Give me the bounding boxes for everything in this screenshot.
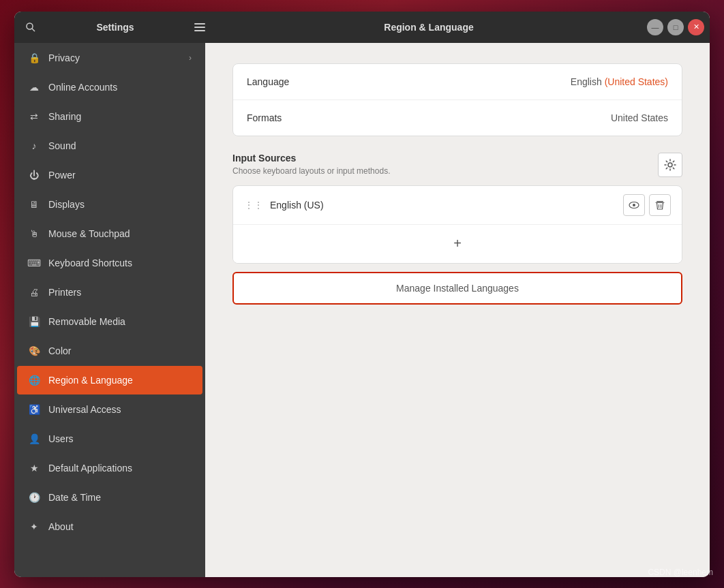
sidebar-label-keyboard: Keyboard Shortcuts xyxy=(48,258,192,268)
language-row[interactable]: Language English (United States) xyxy=(233,64,682,100)
sidebar-item-universal-access[interactable]: ♿ Universal Access xyxy=(17,395,202,424)
sidebar-label-removable-media: Removable Media xyxy=(48,316,192,327)
preview-input-button[interactable] xyxy=(623,194,645,216)
sidebar-item-users[interactable]: 👤 Users xyxy=(17,424,202,453)
chevron-icon-privacy: › xyxy=(189,53,192,63)
input-sources-title: Input Sources xyxy=(232,153,658,164)
svg-rect-8 xyxy=(657,201,663,202)
universal-access-icon: ♿ xyxy=(28,403,40,416)
svg-point-0 xyxy=(27,23,33,29)
sidebar-item-removable-media[interactable]: 💾 Removable Media xyxy=(17,307,202,336)
input-item-card: ⋮⋮ English (US) xyxy=(232,185,682,264)
sidebar-item-online-accounts[interactable]: ☁ Online Accounts xyxy=(17,73,202,102)
add-input-button[interactable]: + xyxy=(447,233,468,255)
language-label: Language xyxy=(247,76,571,87)
formats-row[interactable]: Formats United States xyxy=(233,100,682,136)
watermark: CSDN @leenhem xyxy=(648,568,713,577)
window-title: Region & Language xyxy=(211,22,647,33)
formats-label: Formats xyxy=(247,112,611,123)
sound-icon: ♪ xyxy=(28,140,40,152)
sidebar-label-color: Color xyxy=(48,345,192,356)
titlebar: Settings Region & Language — □ ✕ xyxy=(14,12,710,43)
users-icon: 👤 xyxy=(28,433,40,445)
titlebar-left: Settings xyxy=(20,16,211,38)
region-icon: 🌐 xyxy=(28,374,40,386)
svg-point-5 xyxy=(668,163,672,167)
close-button[interactable]: ✕ xyxy=(688,19,704,35)
language-value: English (United States) xyxy=(571,76,668,87)
remove-input-button[interactable] xyxy=(649,194,671,216)
sidebar-item-mouse-touchpad[interactable]: 🖱 Mouse & Touchpad xyxy=(17,219,202,248)
search-button[interactable] xyxy=(20,16,42,38)
sidebar-label-universal-access: Universal Access xyxy=(48,404,192,415)
sidebar-item-date-time[interactable]: 🕐 Date & Time xyxy=(17,483,202,512)
removable-media-icon: 💾 xyxy=(28,315,40,328)
input-lang-label: English (US) xyxy=(270,200,619,211)
sidebar-item-printers[interactable]: 🖨 Printers xyxy=(17,278,202,307)
sidebar-item-default-applications[interactable]: ★ Default Applications xyxy=(17,454,202,482)
sidebar-item-region-language[interactable]: 🌐 Region & Language xyxy=(17,366,202,394)
manage-languages-button[interactable]: Manage Installed Languages xyxy=(232,272,682,305)
sidebar-label-sharing: Sharing xyxy=(48,111,192,122)
sidebar-title: Settings xyxy=(46,22,185,33)
sidebar-item-about[interactable]: ✦ About xyxy=(17,512,202,541)
date-time-icon: 🕐 xyxy=(28,491,40,504)
sidebar-item-keyboard[interactable]: ⌨ Keyboard Shortcuts xyxy=(17,249,202,277)
input-item-row: ⋮⋮ English (US) xyxy=(233,186,682,224)
input-sources-settings-button[interactable] xyxy=(658,153,682,177)
svg-rect-4 xyxy=(194,30,205,31)
mouse-icon: 🖱 xyxy=(28,228,40,240)
content-area: 🔒 Privacy › ☁ Online Accounts ⇄ Sharing … xyxy=(14,43,710,577)
displays-icon: 🖥 xyxy=(28,198,40,211)
sharing-icon: ⇄ xyxy=(28,110,40,123)
sidebar-item-sound[interactable]: ♪ Sound xyxy=(17,131,202,160)
menu-button[interactable] xyxy=(189,16,211,38)
add-input-row: + xyxy=(233,224,682,263)
sidebar-item-privacy[interactable]: 🔒 Privacy › xyxy=(17,44,202,72)
input-sources-desc: Choose keyboard layouts or input methods… xyxy=(232,166,658,176)
input-sources-section: Input Sources Choose keyboard layouts or… xyxy=(232,153,682,264)
svg-rect-9 xyxy=(656,202,665,203)
settings-window: Settings Region & Language — □ ✕ 🔒 Priva… xyxy=(14,12,710,577)
color-icon: 🎨 xyxy=(28,345,40,357)
sidebar-item-displays[interactable]: 🖥 Displays xyxy=(17,190,202,219)
about-icon: ✦ xyxy=(28,521,40,533)
input-sources-header: Input Sources Choose keyboard layouts or… xyxy=(232,153,682,177)
language-formats-card: Language English (United States) Formats… xyxy=(232,63,682,136)
sidebar-label-printers: Printers xyxy=(48,287,192,298)
main-content: Language English (United States) Formats… xyxy=(205,43,710,577)
sidebar-label-mouse: Mouse & Touchpad xyxy=(48,228,192,239)
window-controls: — □ ✕ xyxy=(647,19,704,35)
default-apps-icon: ★ xyxy=(28,462,40,474)
sidebar-label-displays: Displays xyxy=(48,199,192,210)
svg-rect-2 xyxy=(194,23,205,25)
sidebar-label-power: Power xyxy=(48,170,192,181)
svg-point-7 xyxy=(633,204,635,206)
sidebar-label-region: Region & Language xyxy=(48,375,192,386)
sidebar-item-color[interactable]: 🎨 Color xyxy=(17,337,202,365)
sidebar-item-sharing[interactable]: ⇄ Sharing xyxy=(17,102,202,131)
sidebar-item-power[interactable]: ⏻ Power xyxy=(17,161,202,189)
maximize-button[interactable]: □ xyxy=(667,19,684,35)
formats-value: United States xyxy=(611,112,668,123)
privacy-icon: 🔒 xyxy=(28,52,40,64)
language-value-text: English xyxy=(571,76,605,87)
sidebar: 🔒 Privacy › ☁ Online Accounts ⇄ Sharing … xyxy=(14,43,205,577)
sidebar-label-sound: Sound xyxy=(48,140,192,151)
sidebar-label-users: Users xyxy=(48,433,192,444)
sidebar-label-privacy: Privacy xyxy=(48,52,181,63)
language-value-highlight: (United States) xyxy=(605,76,668,87)
sidebar-label-date-time: Date & Time xyxy=(48,492,192,503)
sidebar-label-about: About xyxy=(48,521,192,532)
online-accounts-icon: ☁ xyxy=(28,81,40,93)
drag-handle-icon[interactable]: ⋮⋮ xyxy=(244,200,263,211)
power-icon: ⏻ xyxy=(28,169,40,181)
svg-line-1 xyxy=(32,29,35,31)
input-sources-text: Input Sources Choose keyboard layouts or… xyxy=(232,153,658,176)
keyboard-icon: ⌨ xyxy=(28,257,40,269)
sidebar-label-default-apps: Default Applications xyxy=(48,463,192,474)
minimize-button[interactable]: — xyxy=(647,19,663,35)
sidebar-label-online-accounts: Online Accounts xyxy=(48,82,192,93)
svg-rect-3 xyxy=(194,27,205,28)
printers-icon: 🖨 xyxy=(28,286,40,298)
